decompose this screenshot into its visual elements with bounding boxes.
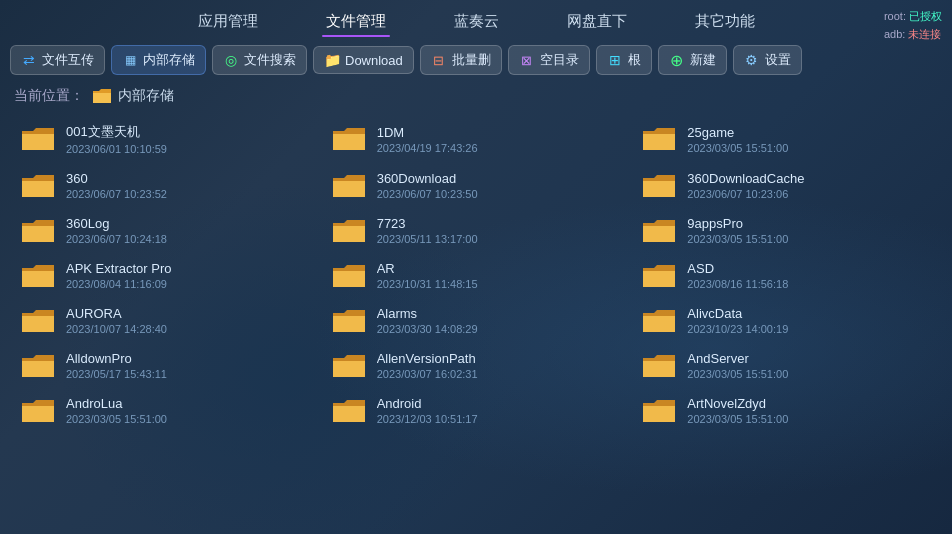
file-name: 1DM bbox=[377, 125, 622, 140]
list-item[interactable]: APK Extractor Pro 2023/08/04 11:16:09 bbox=[10, 253, 321, 298]
file-name: AlldownPro bbox=[66, 351, 311, 366]
file-info: 360Download 2023/06/07 10:23:50 bbox=[377, 171, 622, 200]
folder-icon bbox=[331, 307, 367, 335]
file-name: 360 bbox=[66, 171, 311, 186]
file-info: AllenVersionPath 2023/03/07 16:02:31 bbox=[377, 351, 622, 380]
nav-bluetooth[interactable]: 蓝奏云 bbox=[450, 10, 503, 33]
file-date: 2023/08/16 11:56:18 bbox=[687, 278, 932, 290]
file-name: ArtNovelZdyd bbox=[687, 396, 932, 411]
file-name: 001文墨天机 bbox=[66, 123, 311, 141]
root-button[interactable]: ⊞ 根 bbox=[596, 45, 652, 75]
internal-storage-button[interactable]: ▦ 内部存储 bbox=[111, 45, 206, 75]
list-item[interactable]: 360 2023/06/07 10:23:52 bbox=[10, 163, 321, 208]
top-nav: 应用管理 文件管理 蓝奏云 网盘直下 其它功能 root: 已授权 adb: 未… bbox=[0, 0, 952, 39]
file-info: 360Log 2023/06/07 10:24:18 bbox=[66, 216, 311, 245]
folder-icon bbox=[20, 217, 56, 245]
empty-dir-button[interactable]: ⊠ 空目录 bbox=[508, 45, 590, 75]
list-item[interactable]: AURORA 2023/10/07 14:28:40 bbox=[10, 298, 321, 343]
file-name: 25game bbox=[687, 125, 932, 140]
nav-netdisk[interactable]: 网盘直下 bbox=[563, 10, 631, 33]
folder-icon bbox=[641, 397, 677, 425]
folder-icon bbox=[331, 352, 367, 380]
list-item[interactable]: Alarms 2023/03/30 14:08:29 bbox=[321, 298, 632, 343]
storage-icon: ▦ bbox=[122, 52, 138, 68]
file-date: 2023/08/04 11:16:09 bbox=[66, 278, 311, 290]
new-button[interactable]: ⊕ 新建 bbox=[658, 45, 727, 75]
list-item[interactable]: 25game 2023/03/05 15:51:00 bbox=[631, 115, 942, 163]
folder-icon bbox=[641, 307, 677, 335]
batch-delete-button[interactable]: ⊟ 批量删 bbox=[420, 45, 502, 75]
list-item[interactable]: 360DownloadCache 2023/06/07 10:23:06 bbox=[631, 163, 942, 208]
list-item[interactable]: AR 2023/10/31 11:48:15 bbox=[321, 253, 632, 298]
folder-icon bbox=[92, 88, 112, 104]
file-info: Android 2023/12/03 10:51:17 bbox=[377, 396, 622, 425]
folder-icon bbox=[331, 397, 367, 425]
file-date: 2023/06/07 10:23:06 bbox=[687, 188, 932, 200]
list-item[interactable]: 7723 2023/05/11 13:17:00 bbox=[321, 208, 632, 253]
folder-icon bbox=[20, 125, 56, 153]
file-name: APK Extractor Pro bbox=[66, 261, 311, 276]
file-name: 360DownloadCache bbox=[687, 171, 932, 186]
list-item[interactable]: Android 2023/12/03 10:51:17 bbox=[321, 388, 632, 433]
folder-icon bbox=[20, 352, 56, 380]
folder-icon bbox=[641, 125, 677, 153]
file-name: 7723 bbox=[377, 216, 622, 231]
file-name: 360Download bbox=[377, 171, 622, 186]
nav-other[interactable]: 其它功能 bbox=[691, 10, 759, 33]
file-date: 2023/10/07 14:28:40 bbox=[66, 323, 311, 335]
file-search-button[interactable]: ◎ 文件搜索 bbox=[212, 45, 307, 75]
search-icon: ◎ bbox=[223, 52, 239, 68]
file-name: Alarms bbox=[377, 306, 622, 321]
file-date: 2023/06/07 10:24:18 bbox=[66, 233, 311, 245]
folder-icon bbox=[331, 217, 367, 245]
folder-icon bbox=[641, 352, 677, 380]
nav-app-mgmt[interactable]: 应用管理 bbox=[194, 10, 262, 33]
file-info: 001文墨天机 2023/06/01 10:10:59 bbox=[66, 123, 311, 155]
connection-status: root: 已授权 adb: 未连接 bbox=[884, 8, 942, 43]
list-item[interactable]: AllenVersionPath 2023/03/07 16:02:31 bbox=[321, 343, 632, 388]
file-date: 2023/03/30 14:08:29 bbox=[377, 323, 622, 335]
list-item[interactable]: 360Download 2023/06/07 10:23:50 bbox=[321, 163, 632, 208]
file-name: ASD bbox=[687, 261, 932, 276]
root-icon: ⊞ bbox=[607, 52, 623, 68]
file-name: 9appsPro bbox=[687, 216, 932, 231]
file-date: 2023/03/05 15:51:00 bbox=[687, 368, 932, 380]
file-date: 2023/03/05 15:51:00 bbox=[687, 142, 932, 154]
folder-icon bbox=[641, 217, 677, 245]
file-name: AndServer bbox=[687, 351, 932, 366]
file-date: 2023/04/19 17:43:26 bbox=[377, 142, 622, 154]
file-info: AndServer 2023/03/05 15:51:00 bbox=[687, 351, 932, 380]
empty-dir-icon: ⊠ bbox=[519, 52, 535, 68]
file-share-button[interactable]: ⇄ 文件互传 bbox=[10, 45, 105, 75]
folder-icon bbox=[20, 307, 56, 335]
list-item[interactable]: 360Log 2023/06/07 10:24:18 bbox=[10, 208, 321, 253]
list-item[interactable]: AndroLua 2023/03/05 15:51:00 bbox=[10, 388, 321, 433]
list-item[interactable]: 9appsPro 2023/03/05 15:51:00 bbox=[631, 208, 942, 253]
file-name: 360Log bbox=[66, 216, 311, 231]
settings-button[interactable]: ⚙ 设置 bbox=[733, 45, 802, 75]
file-name: AlivcData bbox=[687, 306, 932, 321]
batch-icon: ⊟ bbox=[431, 52, 447, 68]
file-date: 2023/05/17 15:43:11 bbox=[66, 368, 311, 380]
download-button[interactable]: 📁 Download bbox=[313, 46, 414, 74]
breadcrumb-folder[interactable]: 内部存储 bbox=[92, 87, 174, 105]
folder-icon bbox=[331, 125, 367, 153]
list-item[interactable]: AndServer 2023/03/05 15:51:00 bbox=[631, 343, 942, 388]
file-info: AR 2023/10/31 11:48:15 bbox=[377, 261, 622, 290]
list-item[interactable]: 001文墨天机 2023/06/01 10:10:59 bbox=[10, 115, 321, 163]
list-item[interactable]: ArtNovelZdyd 2023/03/05 15:51:00 bbox=[631, 388, 942, 433]
folder-icon bbox=[331, 262, 367, 290]
nav-file-mgmt[interactable]: 文件管理 bbox=[322, 10, 390, 33]
settings-icon: ⚙ bbox=[744, 52, 760, 68]
list-item[interactable]: ASD 2023/08/16 11:56:18 bbox=[631, 253, 942, 298]
list-item[interactable]: 1DM 2023/04/19 17:43:26 bbox=[321, 115, 632, 163]
file-date: 2023/05/11 13:17:00 bbox=[377, 233, 622, 245]
file-date: 2023/06/07 10:23:50 bbox=[377, 188, 622, 200]
file-info: ASD 2023/08/16 11:56:18 bbox=[687, 261, 932, 290]
list-item[interactable]: AlldownPro 2023/05/17 15:43:11 bbox=[10, 343, 321, 388]
file-date: 2023/10/31 11:48:15 bbox=[377, 278, 622, 290]
file-grid: 001文墨天机 2023/06/01 10:10:59 1DM 2023/04/… bbox=[0, 111, 952, 437]
file-name: Android bbox=[377, 396, 622, 411]
list-item[interactable]: AlivcData 2023/10/23 14:00:19 bbox=[631, 298, 942, 343]
share-icon: ⇄ bbox=[21, 52, 37, 68]
